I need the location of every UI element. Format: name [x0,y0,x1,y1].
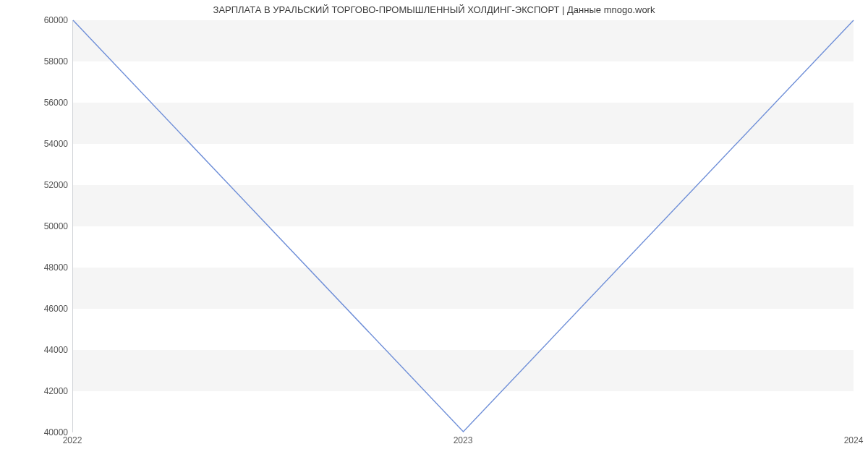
series-line [73,20,854,432]
y-tick-label: 50000 [3,221,68,231]
y-tick-label: 54000 [3,139,68,149]
y-tick-label: 60000 [3,15,68,25]
y-tick-label: 42000 [3,386,68,396]
y-tick-label: 44000 [3,345,68,355]
chart-title: ЗАРПЛАТА В УРАЛЬСКИЙ ТОРГОВО-ПРОМЫШЛЕННЫ… [0,4,868,15]
y-tick-label: 46000 [3,304,68,314]
line-layer [73,20,854,432]
plot-area [72,20,854,432]
y-tick-label: 56000 [3,98,68,108]
x-tick-label: 2024 [844,435,864,445]
chart-container: ЗАРПЛАТА В УРАЛЬСКИЙ ТОРГОВО-ПРОМЫШЛЕННЫ… [0,0,868,470]
x-tick-label: 2022 [63,435,82,445]
y-tick-label: 40000 [3,427,68,437]
x-tick-label: 2023 [454,435,473,445]
y-tick-label: 52000 [3,180,68,190]
y-tick-label: 48000 [3,262,68,273]
y-tick-label: 58000 [3,56,68,67]
